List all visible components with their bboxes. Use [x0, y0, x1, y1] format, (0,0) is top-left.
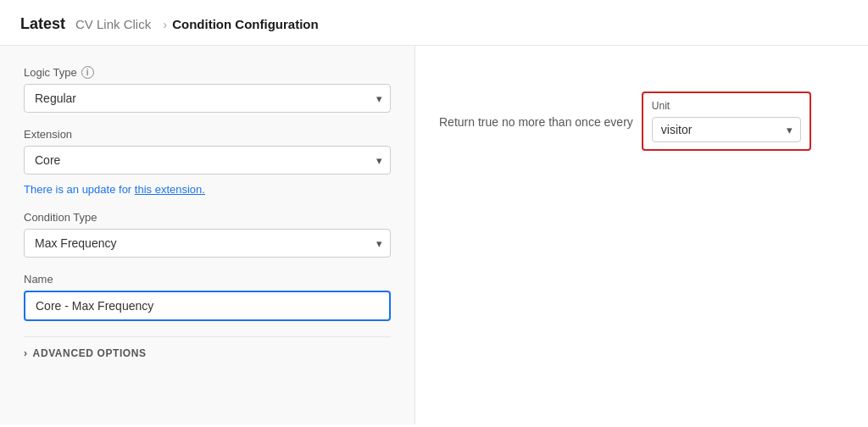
logic-type-select-wrapper: Regular Advanced ▾ [24, 84, 391, 113]
logic-type-group: Logic Type i Regular Advanced ▾ [24, 66, 391, 113]
return-true-text: Return true no more than once every [439, 115, 633, 129]
logic-type-select[interactable]: Regular Advanced [24, 84, 391, 113]
update-notice-link[interactable]: this extension. [135, 183, 205, 196]
condition-type-label: Condition Type [24, 211, 391, 224]
extension-select[interactable]: Core Other [24, 146, 391, 175]
breadcrumb-separator: › [163, 17, 167, 31]
name-input[interactable] [24, 291, 391, 321]
name-label: Name [24, 273, 391, 286]
condition-type-group: Condition Type Max Frequency Other ▾ [24, 211, 391, 258]
breadcrumb-current: Condition Configuration [172, 17, 318, 31]
advanced-options-toggle[interactable]: › ADVANCED OPTIONS [24, 336, 391, 359]
unit-box: Unit visitor session page ▾ [642, 92, 811, 151]
return-true-row: Return true no more than once every Unit… [439, 92, 844, 151]
page-header: Latest CV Link Click › Condition Configu… [0, 0, 868, 46]
condition-type-select-wrapper: Max Frequency Other ▾ [24, 229, 391, 258]
unit-select-wrapper: visitor session page ▾ [652, 117, 801, 142]
condition-type-select[interactable]: Max Frequency Other [24, 229, 391, 258]
logic-type-label: Logic Type i [24, 66, 391, 79]
logic-type-info-icon[interactable]: i [81, 66, 94, 79]
left-panel: Logic Type i Regular Advanced ▾ Extensio… [0, 46, 415, 424]
name-group: Name [24, 273, 391, 321]
extension-select-wrapper: Core Other ▾ [24, 146, 391, 175]
advanced-options-label: ADVANCED OPTIONS [33, 347, 147, 359]
extension-label: Extension [24, 128, 391, 141]
extension-group: Extension Core Other ▾ [24, 128, 391, 175]
advanced-options-chevron-icon: › [24, 347, 28, 359]
app-title: Latest [20, 15, 65, 33]
update-notice: There is an update for this extension. [24, 183, 391, 196]
breadcrumb-link[interactable]: CV Link Click [75, 17, 151, 31]
main-content: Logic Type i Regular Advanced ▾ Extensio… [0, 46, 868, 424]
unit-label: Unit [652, 100, 801, 112]
unit-select[interactable]: visitor session page [652, 117, 801, 142]
right-panel: Return true no more than once every Unit… [415, 46, 868, 424]
